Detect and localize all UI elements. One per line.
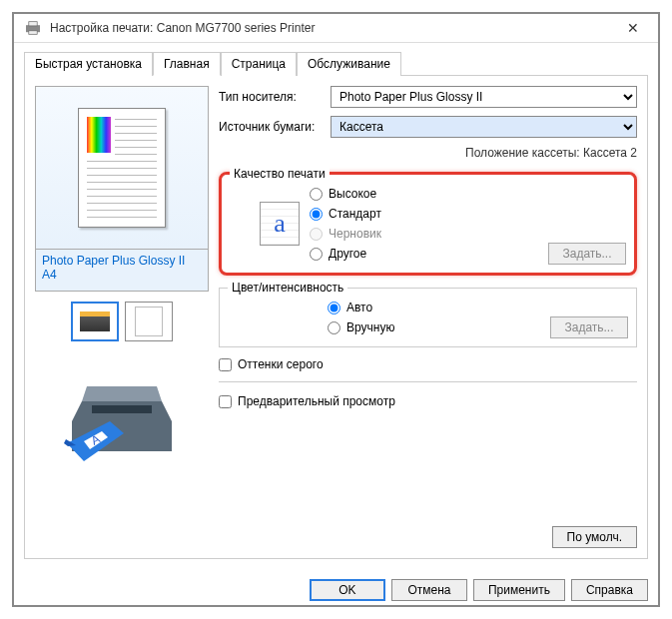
- tab-service[interactable]: Обслуживание: [297, 52, 401, 76]
- media-type-label: Тип носителя:: [219, 90, 323, 104]
- tab-main[interactable]: Главная: [153, 52, 221, 76]
- svg-rect-3: [92, 405, 152, 413]
- quality-other-radio[interactable]: [310, 248, 323, 261]
- tray-selector: [35, 302, 209, 341]
- quality-draft-row: Черновик: [310, 225, 626, 243]
- page-preview-box: [35, 86, 209, 250]
- help-button[interactable]: Справка: [571, 579, 648, 601]
- preview-checkbox[interactable]: [219, 395, 232, 408]
- preview-label: Предварительный просмотр: [238, 394, 395, 408]
- paper-source-row: Источник бумаги: Кассета: [219, 116, 637, 138]
- blank-page-icon: [135, 307, 163, 336]
- preview-lines: [115, 119, 157, 161]
- tab-page[interactable]: Страница: [221, 52, 297, 76]
- rainbow-swatch-icon: [87, 117, 111, 153]
- quality-draft-label: Черновик: [329, 227, 381, 241]
- tray-option-cartridge[interactable]: [71, 302, 119, 341]
- media-type-row: Тип носителя: Photo Paper Plus Glossy II: [219, 86, 637, 108]
- paper-source-select[interactable]: Кассета: [331, 116, 637, 138]
- tab-panel-main: Photo Paper Plus Glossy II A4 A: [24, 76, 648, 559]
- printer-illustration: A: [62, 371, 182, 471]
- media-type-select[interactable]: Photo Paper Plus Glossy II: [331, 86, 637, 108]
- preview-lines2: [87, 161, 157, 224]
- color-auto-label: Авто: [346, 301, 372, 314]
- tray-option-blank[interactable]: [125, 302, 173, 341]
- quality-high-radio[interactable]: [310, 188, 323, 201]
- grayscale-label: Оттенки серого: [238, 357, 324, 371]
- paper-source-label: Источник бумаги:: [219, 120, 323, 134]
- svg-rect-2: [29, 31, 37, 35]
- cancel-button[interactable]: Отмена: [391, 579, 467, 601]
- quality-draft-radio: [310, 228, 323, 241]
- color-auto-row[interactable]: Авто: [328, 299, 628, 316]
- grayscale-row[interactable]: Оттенки серого: [219, 357, 637, 371]
- window-title: Настройка печати: Canon MG7700 series Pr…: [50, 21, 618, 35]
- dialog-footer: OK Отмена Применить Справка: [14, 569, 658, 611]
- quality-other-label: Другое: [329, 247, 366, 261]
- quality-standard-row[interactable]: Стандарт: [310, 205, 626, 223]
- quality-other-row[interactable]: Другое Задать...: [310, 245, 626, 263]
- page-preview: [78, 108, 166, 228]
- preview-row[interactable]: Предварительный просмотр: [219, 394, 637, 408]
- color-manual-radio[interactable]: [328, 321, 340, 334]
- tab-quick-setup[interactable]: Быстрая установка: [24, 52, 153, 76]
- quality-high-label: Высокое: [329, 187, 376, 201]
- quality-standard-label: Стандарт: [329, 207, 381, 221]
- svg-rect-1: [29, 22, 37, 26]
- divider: [219, 381, 637, 382]
- titlebar: Настройка печати: Canon MG7700 series Pr…: [14, 14, 658, 43]
- cassette-position-label: Положение кассеты: Кассета 2: [219, 146, 637, 160]
- color-manual-row[interactable]: Вручную Задать...: [328, 318, 628, 336]
- printer-icon: [24, 21, 42, 35]
- close-button[interactable]: ✕: [618, 20, 648, 36]
- quality-sample-icon: a: [260, 202, 300, 246]
- right-column: Тип носителя: Photo Paper Plus Glossy II…: [219, 86, 637, 548]
- cartridge-icon: [80, 311, 110, 331]
- print-quality-group: Качество печати a Высокое Стандарт Черно…: [219, 172, 637, 276]
- quality-set-button: Задать...: [548, 243, 626, 265]
- left-column: Photo Paper Plus Glossy II A4 A: [35, 86, 209, 548]
- ok-button[interactable]: OK: [310, 579, 385, 601]
- grayscale-checkbox[interactable]: [219, 358, 232, 371]
- paper-info-label: Photo Paper Plus Glossy II A4: [35, 250, 209, 292]
- color-set-button: Задать...: [550, 316, 628, 338]
- tab-bar: Быстрая установка Главная Страница Обслу…: [24, 51, 648, 76]
- defaults-area: По умолч.: [552, 526, 637, 548]
- defaults-button[interactable]: По умолч.: [552, 526, 637, 548]
- apply-button[interactable]: Применить: [473, 579, 565, 601]
- quality-standard-radio[interactable]: [310, 208, 323, 221]
- quality-high-row[interactable]: Высокое: [310, 185, 626, 203]
- color-auto-radio[interactable]: [328, 302, 340, 314]
- color-intensity-group: Цвет/интенсивность Авто Вручную Задать..…: [219, 288, 637, 347]
- dialog-window: Настройка печати: Canon MG7700 series Pr…: [12, 12, 660, 607]
- content: Быстрая установка Главная Страница Обслу…: [14, 43, 658, 569]
- color-intensity-title: Цвет/интенсивность: [228, 281, 347, 295]
- color-manual-label: Вручную: [346, 320, 394, 334]
- print-quality-title: Качество печати: [230, 167, 330, 181]
